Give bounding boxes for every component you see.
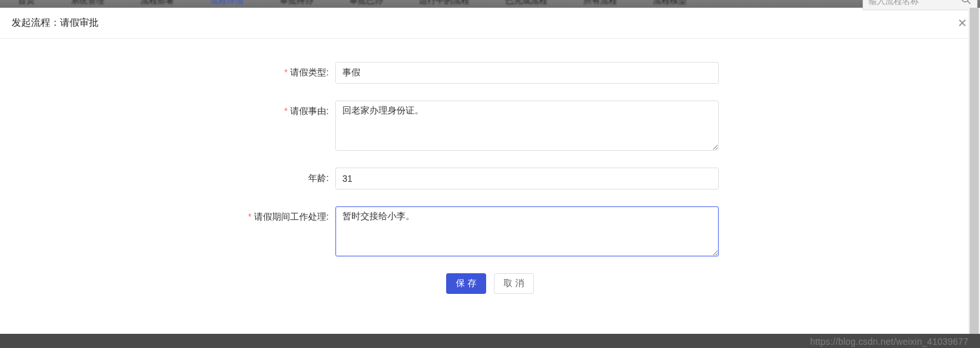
label-work-handover: 请假期间工作处理: [39,206,335,227]
nav-item-7[interactable]: 已完成流程 [487,0,565,6]
modal-title: 发起流程：请假审批 [12,17,99,29]
age-input[interactable] [335,168,719,189]
top-nav: 首页 系统管理 流程部署 流程详情 审批待办 审批已办 运行中的流程 已完成流程… [0,0,980,10]
nav-item-9[interactable]: 流程模型 [635,0,705,6]
row-age: 年龄: [39,168,941,189]
label-age: 年龄: [39,168,335,188]
vertical-scrollbar[interactable] [968,8,980,334]
button-row: 保 存 取 消 [39,273,941,294]
row-work-handover: 请假期间工作处理: [39,206,941,256]
row-leave-reason: 请假事由: [39,101,941,151]
nav-item-3[interactable]: 流程详情 [192,0,262,6]
nav-item-5[interactable]: 审批已办 [331,0,401,6]
watermark: https://blog.csdn.net/weixin_41039677 [810,336,968,347]
nav-item-1[interactable]: 系统管理 [53,0,122,6]
nav-item-8[interactable]: 所有流程 [565,0,635,6]
form: 请假类型: 请假事由: 年龄: 请假期间工作处理: 保 存 取 消 [0,39,980,294]
close-icon[interactable]: ✕ [956,17,968,29]
nav-item-0[interactable]: 首页 [0,0,53,6]
top-search-wrap [863,0,977,10]
save-button[interactable]: 保 存 [446,273,486,294]
leave-type-input[interactable] [335,62,719,84]
nav-item-2[interactable]: 流程部署 [122,0,192,6]
modal-header: 发起流程：请假审批 ✕ [0,8,980,39]
cancel-button[interactable]: 取 消 [494,273,534,294]
process-search-input[interactable] [863,0,977,10]
label-leave-reason: 请假事由: [39,101,335,121]
nav-item-4[interactable]: 审批待办 [262,0,331,6]
top-overlay: 首页 系统管理 流程部署 流程详情 审批待办 审批已办 运行中的流程 已完成流程… [0,0,980,8]
row-leave-type: 请假类型: [39,62,941,84]
nav-item-6[interactable]: 运行中的流程 [401,0,487,6]
scroll-thumb[interactable] [970,8,979,334]
leave-reason-textarea[interactable] [335,101,719,151]
label-leave-type: 请假类型: [39,62,335,82]
work-handover-textarea[interactable] [335,206,719,256]
